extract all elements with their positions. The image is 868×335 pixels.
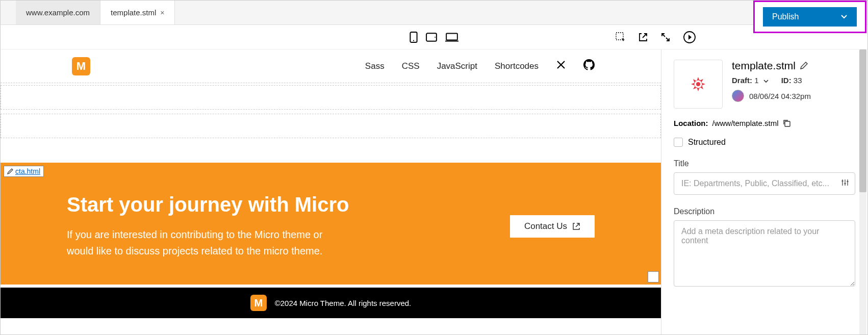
external-link-icon[interactable] [638, 32, 648, 42]
site-header: M Sass CSS JavaScript Shortcodes [1, 49, 661, 83]
svg-rect-11 [847, 181, 849, 182]
selection-icon[interactable] [616, 32, 626, 42]
action-icons [616, 31, 696, 44]
description-label: Description [674, 207, 855, 216]
file-thumbnail [674, 60, 723, 109]
avatar [732, 90, 744, 102]
cta-heading: Start your journey with Micro [67, 193, 510, 216]
chevron-down-icon [840, 13, 848, 21]
structured-checkbox-row[interactable]: Structured [674, 138, 855, 147]
site-footer: M ©2024 Micro Theme. All rights reserved… [1, 288, 661, 318]
file-name: template.stml [732, 60, 855, 72]
tab-example[interactable]: www.example.com [16, 1, 100, 24]
close-icon[interactable]: ✕ [648, 271, 659, 282]
contact-button[interactable]: Contact Us [510, 215, 595, 238]
cta-section: cta.html Start your journey with Micro I… [1, 163, 661, 285]
desktop-icon[interactable] [445, 32, 458, 43]
adjust-icon[interactable] [841, 178, 849, 189]
pencil-icon [7, 168, 13, 174]
tabs-bar: www.example.com template.stml × [1, 1, 867, 25]
fullscreen-icon[interactable] [660, 32, 671, 42]
close-icon[interactable]: × [160, 9, 164, 17]
title-label: Title [674, 159, 855, 168]
location-row: Location: /www/template.stml [674, 119, 855, 127]
svg-point-7 [696, 82, 700, 86]
pencil-icon[interactable] [800, 62, 808, 70]
description-input[interactable] [674, 220, 855, 287]
properties-panel: template.stml Draft: 1 ID: 33 08/06/24 0… [661, 49, 867, 334]
placeholder-block [1, 85, 661, 110]
nav-shortcodes[interactable]: Shortcodes [495, 61, 539, 71]
checkbox[interactable] [674, 138, 683, 147]
svg-rect-9 [842, 181, 844, 182]
publish-container: Publish [753, 1, 866, 33]
title-input[interactable] [674, 172, 855, 195]
publish-button[interactable]: Publish [763, 7, 857, 27]
svg-point-1 [413, 40, 414, 41]
logo: M [250, 295, 267, 311]
tablet-icon[interactable] [426, 32, 437, 43]
preview-area: M Sass CSS JavaScript Shortcodes cta.htm… [1, 49, 661, 334]
edit-tag[interactable]: cta.html [4, 166, 44, 177]
svg-point-3 [435, 37, 436, 38]
svg-rect-8 [785, 121, 790, 126]
mobile-icon[interactable] [410, 32, 418, 43]
svg-rect-4 [446, 33, 457, 40]
nav-links: Sass CSS JavaScript Shortcodes [365, 59, 595, 73]
scrollbar[interactable] [859, 49, 866, 334]
svg-rect-10 [845, 183, 846, 184]
play-next-icon[interactable] [683, 31, 696, 44]
nav-css[interactable]: CSS [402, 61, 420, 71]
x-icon[interactable] [556, 60, 566, 72]
logo[interactable]: M [72, 57, 90, 75]
nav-js[interactable]: JavaScript [437, 61, 477, 71]
github-icon[interactable] [583, 59, 595, 73]
chevron-down-icon[interactable] [763, 79, 769, 83]
copy-icon[interactable] [783, 119, 791, 127]
device-switcher [410, 32, 458, 43]
cta-body: If you are interested in contributing to… [67, 226, 332, 259]
placeholder-block [1, 114, 661, 138]
toolbar: Publish [1, 25, 867, 49]
external-link-icon [572, 222, 580, 230]
tab-template[interactable]: template.stml × [100, 1, 175, 24]
footer-text: ©2024 Micro Theme. All rights reserved. [275, 299, 412, 307]
nav-sass[interactable]: Sass [365, 61, 385, 71]
timestamp: 08/06/24 04:32pm [749, 92, 811, 100]
